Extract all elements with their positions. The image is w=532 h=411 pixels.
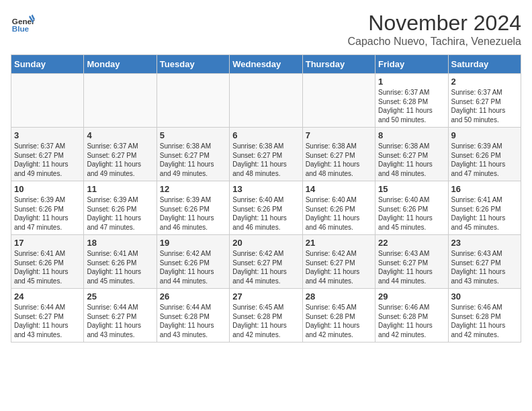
calendar-cell: 23Sunrise: 6:43 AM Sunset: 6:27 PM Dayli…	[448, 235, 521, 289]
day-number: 7	[306, 130, 372, 140]
day-number: 26	[160, 291, 226, 302]
page-header: General Blue November 2024 Capacho Nuevo…	[11, 11, 521, 48]
day-number: 30	[451, 291, 518, 302]
calendar-cell: 6Sunrise: 6:38 AM Sunset: 6:27 PM Daylig…	[230, 128, 302, 181]
day-number: 15	[378, 184, 445, 194]
day-info: Sunrise: 6:44 AM Sunset: 6:27 PM Dayligh…	[14, 303, 81, 339]
day-number: 24	[14, 291, 81, 302]
calendar-cell: 11Sunrise: 6:39 AM Sunset: 6:26 PM Dayli…	[84, 181, 157, 235]
day-number: 27	[232, 291, 299, 302]
day-number: 13	[232, 184, 299, 194]
day-info: Sunrise: 6:41 AM Sunset: 6:26 PM Dayligh…	[451, 195, 518, 232]
weekday-header-saturday: Saturday	[448, 55, 521, 74]
calendar-cell: 1Sunrise: 6:37 AM Sunset: 6:28 PM Daylig…	[375, 74, 448, 128]
day-info: Sunrise: 6:38 AM Sunset: 6:27 PM Dayligh…	[232, 142, 299, 178]
day-number: 17	[14, 238, 81, 248]
calendar-body: 1Sunrise: 6:37 AM Sunset: 6:28 PM Daylig…	[11, 74, 521, 342]
day-info: Sunrise: 6:39 AM Sunset: 6:26 PM Dayligh…	[14, 195, 81, 232]
day-number: 19	[160, 238, 226, 248]
day-info: Sunrise: 6:37 AM Sunset: 6:28 PM Dayligh…	[378, 88, 445, 124]
weekday-header-sunday: Sunday	[11, 55, 84, 74]
day-info: Sunrise: 6:37 AM Sunset: 6:27 PM Dayligh…	[14, 142, 81, 178]
calendar-week-1: 3Sunrise: 6:37 AM Sunset: 6:27 PM Daylig…	[11, 128, 521, 181]
calendar-week-0: 1Sunrise: 6:37 AM Sunset: 6:28 PM Daylig…	[11, 74, 521, 128]
day-info: Sunrise: 6:38 AM Sunset: 6:27 PM Dayligh…	[378, 142, 445, 178]
calendar-cell: 19Sunrise: 6:42 AM Sunset: 6:26 PM Dayli…	[157, 235, 229, 289]
day-info: Sunrise: 6:39 AM Sunset: 6:26 PM Dayligh…	[160, 195, 226, 232]
day-info: Sunrise: 6:46 AM Sunset: 6:28 PM Dayligh…	[378, 303, 445, 339]
calendar-cell: 8Sunrise: 6:38 AM Sunset: 6:27 PM Daylig…	[375, 128, 448, 181]
calendar-header-row: SundayMondayTuesdayWednesdayThursdayFrid…	[11, 55, 521, 74]
day-number: 6	[232, 130, 299, 140]
day-number: 29	[378, 291, 445, 302]
calendar-cell: 2Sunrise: 6:37 AM Sunset: 6:27 PM Daylig…	[448, 74, 521, 128]
calendar-cell	[11, 74, 84, 128]
weekday-header-tuesday: Tuesday	[157, 55, 229, 74]
calendar-week-4: 24Sunrise: 6:44 AM Sunset: 6:27 PM Dayli…	[11, 289, 521, 342]
weekday-header-friday: Friday	[375, 55, 448, 74]
day-info: Sunrise: 6:37 AM Sunset: 6:27 PM Dayligh…	[451, 88, 518, 124]
calendar-cell: 14Sunrise: 6:40 AM Sunset: 6:26 PM Dayli…	[302, 181, 375, 235]
day-info: Sunrise: 6:37 AM Sunset: 6:27 PM Dayligh…	[87, 142, 153, 178]
calendar-cell: 4Sunrise: 6:37 AM Sunset: 6:27 PM Daylig…	[84, 128, 157, 181]
weekday-header-thursday: Thursday	[302, 55, 375, 74]
calendar-cell: 3Sunrise: 6:37 AM Sunset: 6:27 PM Daylig…	[11, 128, 84, 181]
calendar-cell: 29Sunrise: 6:46 AM Sunset: 6:28 PM Dayli…	[375, 289, 448, 342]
calendar-cell: 15Sunrise: 6:40 AM Sunset: 6:26 PM Dayli…	[375, 181, 448, 235]
calendar-week-3: 17Sunrise: 6:41 AM Sunset: 6:26 PM Dayli…	[11, 235, 521, 289]
calendar-cell: 30Sunrise: 6:46 AM Sunset: 6:28 PM Dayli…	[448, 289, 521, 342]
weekday-header-wednesday: Wednesday	[230, 55, 302, 74]
day-info: Sunrise: 6:38 AM Sunset: 6:27 PM Dayligh…	[306, 142, 372, 178]
day-info: Sunrise: 6:39 AM Sunset: 6:26 PM Dayligh…	[87, 195, 153, 232]
calendar-cell: 13Sunrise: 6:40 AM Sunset: 6:26 PM Dayli…	[230, 181, 302, 235]
calendar-cell: 16Sunrise: 6:41 AM Sunset: 6:26 PM Dayli…	[448, 181, 521, 235]
month-title: November 2024	[347, 11, 521, 36]
calendar-cell: 12Sunrise: 6:39 AM Sunset: 6:26 PM Dayli…	[157, 181, 229, 235]
day-info: Sunrise: 6:42 AM Sunset: 6:27 PM Dayligh…	[306, 249, 372, 285]
calendar-cell: 7Sunrise: 6:38 AM Sunset: 6:27 PM Daylig…	[302, 128, 375, 181]
day-number: 16	[451, 184, 518, 194]
day-number: 25	[87, 291, 153, 302]
day-info: Sunrise: 6:44 AM Sunset: 6:27 PM Dayligh…	[87, 303, 153, 339]
day-number: 14	[306, 184, 372, 194]
calendar-cell	[230, 74, 302, 128]
day-number: 12	[160, 184, 226, 194]
calendar-cell: 26Sunrise: 6:44 AM Sunset: 6:28 PM Dayli…	[157, 289, 229, 342]
title-area: November 2024 Capacho Nuevo, Tachira, Ve…	[347, 11, 521, 48]
day-info: Sunrise: 6:39 AM Sunset: 6:26 PM Dayligh…	[451, 142, 518, 178]
calendar-cell: 9Sunrise: 6:39 AM Sunset: 6:26 PM Daylig…	[448, 128, 521, 181]
location-title: Capacho Nuevo, Tachira, Venezuela	[347, 36, 521, 48]
day-info: Sunrise: 6:38 AM Sunset: 6:27 PM Dayligh…	[160, 142, 226, 178]
day-info: Sunrise: 6:43 AM Sunset: 6:27 PM Dayligh…	[378, 249, 445, 285]
calendar-cell: 18Sunrise: 6:41 AM Sunset: 6:26 PM Dayli…	[84, 235, 157, 289]
day-number: 9	[451, 130, 518, 140]
day-info: Sunrise: 6:41 AM Sunset: 6:26 PM Dayligh…	[14, 249, 81, 285]
day-info: Sunrise: 6:40 AM Sunset: 6:26 PM Dayligh…	[378, 195, 445, 232]
calendar-cell: 5Sunrise: 6:38 AM Sunset: 6:27 PM Daylig…	[157, 128, 229, 181]
day-number: 5	[160, 130, 226, 140]
day-info: Sunrise: 6:43 AM Sunset: 6:27 PM Dayligh…	[451, 249, 518, 285]
logo: General Blue	[11, 11, 35, 35]
day-number: 20	[232, 238, 299, 248]
calendar-week-2: 10Sunrise: 6:39 AM Sunset: 6:26 PM Dayli…	[11, 181, 521, 235]
day-info: Sunrise: 6:45 AM Sunset: 6:28 PM Dayligh…	[306, 303, 372, 339]
day-number: 3	[14, 130, 81, 140]
weekday-header-monday: Monday	[84, 55, 157, 74]
day-info: Sunrise: 6:46 AM Sunset: 6:28 PM Dayligh…	[451, 303, 518, 339]
calendar-cell: 21Sunrise: 6:42 AM Sunset: 6:27 PM Dayli…	[302, 235, 375, 289]
day-info: Sunrise: 6:41 AM Sunset: 6:26 PM Dayligh…	[87, 249, 153, 285]
day-info: Sunrise: 6:40 AM Sunset: 6:26 PM Dayligh…	[306, 195, 372, 232]
day-info: Sunrise: 6:42 AM Sunset: 6:26 PM Dayligh…	[160, 249, 226, 285]
day-number: 21	[306, 238, 372, 248]
calendar-cell: 10Sunrise: 6:39 AM Sunset: 6:26 PM Dayli…	[11, 181, 84, 235]
day-info: Sunrise: 6:40 AM Sunset: 6:26 PM Dayligh…	[232, 195, 299, 232]
day-number: 10	[14, 184, 81, 194]
calendar-cell	[302, 74, 375, 128]
calendar-cell: 28Sunrise: 6:45 AM Sunset: 6:28 PM Dayli…	[302, 289, 375, 342]
calendar-cell: 25Sunrise: 6:44 AM Sunset: 6:27 PM Dayli…	[84, 289, 157, 342]
logo-icon: General Blue	[11, 11, 35, 35]
day-number: 23	[451, 238, 518, 248]
day-number: 18	[87, 238, 153, 248]
day-number: 1	[378, 77, 445, 87]
calendar-cell: 20Sunrise: 6:42 AM Sunset: 6:27 PM Dayli…	[230, 235, 302, 289]
